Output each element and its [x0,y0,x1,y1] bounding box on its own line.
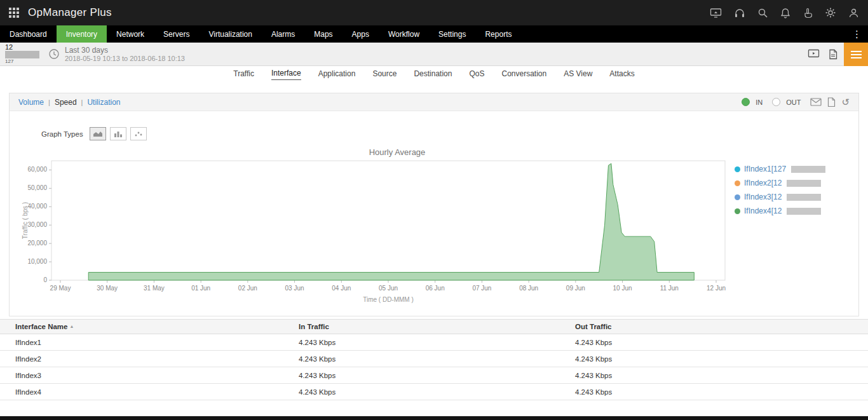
svg-text:03 Jun: 03 Jun [285,285,304,292]
cell-out-traffic: 4.243 Kbps [560,367,868,384]
legend-dot [735,208,740,214]
graph-type-area-button[interactable] [90,127,106,140]
graph-type-scatter-button[interactable] [130,127,147,140]
tab-as-view[interactable]: AS View [564,69,592,80]
table-header-row: Interface Name▲ In Traffic Out Traffic [0,320,868,334]
headset-icon[interactable] [734,8,745,18]
table-row[interactable]: IfIndex4 4.243 Kbps 4.243 Kbps [0,384,868,400]
cell-out-traffic: 4.243 Kbps [560,384,868,400]
pdf-export-icon[interactable] [829,49,837,60]
hamburger-menu-button[interactable] [844,43,868,66]
redacted-text [791,166,825,173]
svg-text:60,000: 60,000 [27,166,47,173]
in-radio[interactable] [742,98,750,106]
tab-conversation[interactable]: Conversation [501,69,546,80]
user-icon[interactable] [848,8,859,18]
sub-header: 12 127 Last 30 days 2018-05-19 10:13 to … [0,43,868,66]
legend-item-ifindex2[interactable]: IfIndex2[12 [735,179,825,187]
tab-destination[interactable]: Destination [414,69,452,80]
svg-text:40,000: 40,000 [27,203,47,210]
view-link-speed[interactable]: Speed [55,98,77,107]
svg-text:Traffic ( bps ): Traffic ( bps ) [22,202,29,239]
scatter-chart-icon [134,130,143,137]
period-label: Last 30 days [65,46,185,55]
svg-text:50,000: 50,000 [27,184,47,191]
search-icon[interactable] [757,8,768,18]
hourly-average-area-chart: 010,00020,00030,00040,00050,00060,00029 … [20,157,731,304]
graph-types-label: Graph Types [41,130,83,138]
redacted-text [787,208,821,215]
bar-chart-icon [114,130,123,137]
tab-qos[interactable]: QoS [469,69,484,80]
email-icon[interactable] [810,98,822,106]
chart-legend: IfIndex1[127 IfIndex2[12 IfIndex3[12 IfI… [735,165,825,215]
legend-item-ifindex1[interactable]: IfIndex1[127 [735,165,825,173]
table-row[interactable]: IfIndex3 4.243 Kbps 4.243 Kbps [0,367,868,384]
header-in-traffic[interactable]: In Traffic [283,320,560,334]
nav-item-virtualization[interactable]: Virtualization [199,25,261,43]
graph-type-bar-button[interactable] [110,127,126,140]
sort-asc-icon: ▲ [69,324,74,329]
svg-text:02 Jun: 02 Jun [238,285,257,292]
bell-icon[interactable] [780,8,790,18]
nav-item-workflow[interactable]: Workflow [379,25,429,43]
svg-text:09 Jun: 09 Jun [566,285,585,292]
nav-item-network[interactable]: Network [107,25,154,43]
nav-item-inventory[interactable]: Inventory [57,25,107,43]
svg-text:07 Jun: 07 Jun [472,285,491,292]
chart-panel: Volume | Speed | Utilization IN OUT ↺ Gr… [9,93,859,316]
hand-icon[interactable] [803,8,813,18]
apps-grid-icon[interactable] [9,8,20,18]
pdf-icon[interactable] [827,97,836,107]
header-interface-name[interactable]: Interface Name▲ [0,320,283,334]
legend-label: IfIndex4[12 [744,207,782,215]
nav-item-servers[interactable]: Servers [154,25,199,43]
table-row[interactable]: IfIndex2 4.243 Kbps 4.243 Kbps [0,351,868,367]
out-radio[interactable] [772,98,780,106]
slideshow-icon[interactable] [808,49,820,59]
nav-item-dashboard[interactable]: Dashboard [0,25,57,43]
redacted-text [787,194,821,201]
cell-out-traffic: 4.243 Kbps [560,351,868,367]
nav-overflow-icon[interactable]: ⋮ [846,25,868,43]
tab-source[interactable]: Source [372,69,397,80]
main-nav: Dashboard Inventory Network Servers Virt… [0,25,868,43]
cell-in-traffic: 4.243 Kbps [283,384,560,400]
legend-item-ifindex4[interactable]: IfIndex4[12 [735,207,825,215]
cell-interface-name: IfIndex4 [0,384,283,400]
out-radio-label: OUT [786,98,801,106]
view-bar: Volume | Speed | Utilization IN OUT ↺ [10,93,858,111]
tab-traffic[interactable]: Traffic [233,69,254,80]
svg-text:01 Jun: 01 Jun [191,285,210,292]
view-link-volume[interactable]: Volume [18,98,44,107]
svg-text:12 Jun: 12 Jun [707,285,726,292]
table-row[interactable]: IfIndex1 4.243 Kbps 4.243 Kbps [0,334,868,351]
tab-interface[interactable]: Interface [271,69,301,80]
gear-icon[interactable] [825,7,836,18]
legend-label: IfIndex2[12 [744,179,782,187]
direction-and-export-controls: IN OUT ↺ [742,97,850,107]
nav-item-settings[interactable]: Settings [429,25,475,43]
header-out-traffic[interactable]: Out Traffic [560,320,868,334]
redacted-text [787,180,821,187]
clock-icon[interactable] [48,48,60,60]
nav-item-alarms[interactable]: Alarms [262,25,304,43]
svg-text:06 Jun: 06 Jun [426,285,445,292]
svg-text:20,000: 20,000 [27,240,47,247]
period-block[interactable]: Last 30 days 2018-05-19 10:13 to 2018-06… [65,46,185,63]
nav-item-maps[interactable]: Maps [304,25,342,43]
legend-item-ifindex3[interactable]: IfIndex3[12 [735,193,825,201]
nav-item-reports[interactable]: Reports [475,25,521,43]
tab-application[interactable]: Application [318,69,356,80]
nav-item-apps[interactable]: Apps [342,25,379,43]
cell-interface-name: IfIndex2 [0,351,283,367]
screen-share-icon[interactable] [710,8,722,18]
view-link-utilization[interactable]: Utilization [87,98,120,107]
svg-text:11 Jun: 11 Jun [660,285,679,292]
tab-attacks[interactable]: Attacks [609,69,634,80]
report-tabs: Traffic Interface Application Source Des… [0,66,868,83]
refresh-icon[interactable]: ↺ [841,97,850,107]
separator: | [81,98,83,106]
device-ip: 127 [5,58,48,64]
device-name: 12 [5,44,48,51]
